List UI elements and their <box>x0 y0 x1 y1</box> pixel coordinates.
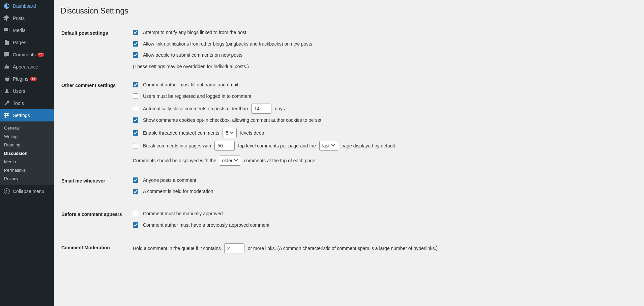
svg-rect-3 <box>5 113 6 115</box>
input-auto-close-days[interactable] <box>251 104 271 114</box>
tools-icon <box>3 100 10 107</box>
default-post-note: (These settings may be overridden for in… <box>133 63 633 70</box>
label-prev-approved: Comment author must have a previously ap… <box>143 221 269 229</box>
label-email-anyone: Anyone posts a comment <box>143 176 196 184</box>
checkbox-manual-approve[interactable] <box>133 211 138 216</box>
label-manual-approve: Comment must be manually approved <box>143 210 223 217</box>
submenu-writing[interactable]: Writing <box>0 132 54 141</box>
users-icon <box>3 88 10 94</box>
checkbox-break-pages[interactable] <box>133 143 138 148</box>
checkbox-auto-close[interactable] <box>133 106 138 111</box>
sidebar-label: Appearance <box>13 64 38 69</box>
select-comment-order[interactable]: older <box>219 156 241 166</box>
collapse-label: Collapse menu <box>13 189 44 194</box>
submenu-general[interactable]: General <box>0 124 54 132</box>
sidebar-item-media[interactable]: Media <box>0 24 54 36</box>
label-cookies-optin: Show comments cookies opt-in checkbox, a… <box>143 116 321 124</box>
checkbox-prev-approved[interactable] <box>133 222 138 228</box>
label-fill-name-email: Comment author must fill out name and em… <box>143 81 238 88</box>
sidebar-item-appearance[interactable]: Appearance <box>0 61 54 73</box>
select-threaded-levels[interactable]: 5 <box>223 128 237 138</box>
label-order-pre: Comments should be displayed with the <box>133 157 216 164</box>
pin-icon <box>3 15 10 22</box>
sidebar-item-settings[interactable]: Settings <box>0 109 54 121</box>
svg-rect-0 <box>4 113 9 114</box>
label-allow-pingbacks: Allow link notifications from other blog… <box>143 40 312 48</box>
svg-point-6 <box>4 189 9 194</box>
sidebar-label: Users <box>13 88 25 94</box>
page-title: Discussion Settings <box>61 3 637 17</box>
checkbox-allow-pingbacks[interactable] <box>133 41 138 47</box>
sidebar-item-comments[interactable]: Comments 26 <box>0 49 54 61</box>
input-moderation-links[interactable] <box>224 243 244 253</box>
checkbox-fill-name-email[interactable] <box>133 82 138 87</box>
sidebar-label: Pages <box>13 40 26 45</box>
sidebar-item-tools[interactable]: Tools <box>0 97 54 109</box>
submenu-privacy[interactable]: Privacy <box>0 174 54 183</box>
sidebar-label: Dashboard <box>13 3 36 9</box>
collapse-icon <box>3 188 10 195</box>
label-must-register: Users must be registered and logged in t… <box>143 92 251 100</box>
input-comments-per-page[interactable] <box>214 141 235 151</box>
section-default-post-heading: Default post settings <box>61 24 129 75</box>
label-email-held: A comment is held for moderation <box>143 188 213 195</box>
checkbox-threaded[interactable] <box>133 130 138 136</box>
checkbox-email-anyone[interactable] <box>133 177 138 183</box>
admin-sidebar: Dashboard Posts Media Pages Comments 26 … <box>0 0 54 306</box>
label-auto-close-pre: Automatically close comments on posts ol… <box>143 105 248 112</box>
sidebar-label: Media <box>13 28 26 33</box>
sidebar-item-plugins[interactable]: Plugins 19 <box>0 73 54 85</box>
dashboard-icon <box>3 3 10 9</box>
svg-rect-5 <box>5 116 6 118</box>
label-moderation-pre: Hold a comment in the queue if it contai… <box>133 245 221 252</box>
collapse-menu[interactable]: Collapse menu <box>0 185 54 197</box>
label-threaded-post: levels deep <box>240 129 264 137</box>
media-icon <box>3 27 10 34</box>
svg-rect-4 <box>7 114 8 116</box>
sidebar-item-pages[interactable]: Pages <box>0 36 54 49</box>
checkbox-notify-blogs[interactable] <box>133 30 138 35</box>
main-content: Discussion Settings Default post setting… <box>54 0 644 306</box>
settings-submenu: General Writing Reading Discussion Media… <box>0 121 54 185</box>
label-notify-blogs: Attempt to notify any blogs linked to fr… <box>143 29 246 36</box>
appearance-icon <box>3 63 10 70</box>
label-auto-close-post: days <box>275 105 285 112</box>
label-break-pre: Break comments into pages with <box>143 142 211 149</box>
pages-icon <box>3 39 10 46</box>
select-default-page[interactable]: last <box>319 141 338 151</box>
submenu-reading[interactable]: Reading <box>0 141 54 149</box>
comments-count-badge: 26 <box>37 53 44 57</box>
label-break-mid: top level comments per page and the <box>238 142 316 149</box>
sidebar-label: Comments <box>13 52 36 57</box>
section-before-appears-heading: Before a comment appears <box>61 205 129 238</box>
label-order-post: comments at the top of each page <box>244 157 315 164</box>
comments-icon <box>3 51 10 58</box>
label-moderation-post: or more links. (A common characteristic … <box>248 245 438 252</box>
plugins-count-badge: 19 <box>30 77 37 81</box>
label-threaded-pre: Enable threaded (nested) comments <box>143 129 219 137</box>
svg-rect-2 <box>4 117 9 117</box>
sidebar-label: Plugins <box>13 76 28 82</box>
checkbox-cookies-optin[interactable] <box>133 117 138 123</box>
sidebar-item-posts[interactable]: Posts <box>0 12 54 24</box>
checkbox-must-register[interactable] <box>133 93 138 99</box>
checkbox-allow-comments[interactable] <box>133 52 138 58</box>
settings-icon <box>3 112 10 119</box>
sidebar-label: Settings <box>13 113 30 118</box>
submenu-permalinks[interactable]: Permalinks <box>0 166 54 174</box>
submenu-media[interactable]: Media <box>0 158 54 166</box>
svg-rect-1 <box>4 115 9 116</box>
sidebar-item-users[interactable]: Users <box>0 85 54 97</box>
sidebar-item-dashboard[interactable]: Dashboard <box>0 0 54 12</box>
label-break-post: page displayed by default <box>342 142 395 149</box>
section-email-me-heading: Email me whenever <box>61 171 129 204</box>
checkbox-email-held[interactable] <box>133 189 138 194</box>
sidebar-label: Posts <box>13 16 25 21</box>
section-moderation-heading: Comment Moderation <box>61 238 129 261</box>
section-other-comment-heading: Other comment settings <box>61 76 129 171</box>
plugins-icon <box>3 76 10 82</box>
label-allow-comments: Allow people to submit comments on new p… <box>143 51 242 59</box>
submenu-discussion[interactable]: Discussion <box>0 149 54 158</box>
sidebar-label: Tools <box>13 101 24 106</box>
